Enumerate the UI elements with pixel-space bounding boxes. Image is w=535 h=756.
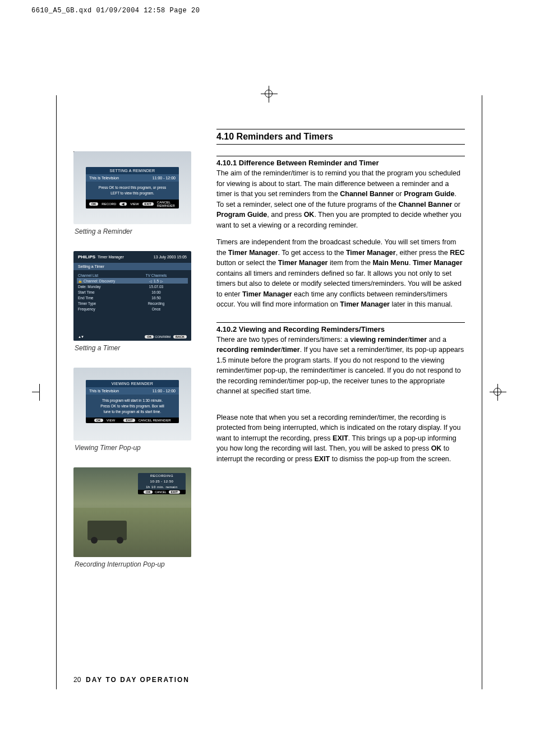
body-paragraph: The aim of the reminder/timer is to remi… — [216, 168, 465, 230]
brand-label: PHILIPS — [78, 254, 95, 259]
figures-column: SETTING A REMINDER This is Television 11… — [73, 129, 211, 678]
section-name: DAY TO DAY OPERATION — [83, 676, 190, 684]
osd-action-label: CANCEL REMINDER — [139, 419, 171, 422]
osd-datetime: 13 July 2003 15:05 — [154, 255, 187, 259]
timer-field-value: 1.5 — [126, 279, 187, 283]
crop-mark-icon — [32, 384, 40, 401]
registration-mark-icon — [490, 384, 506, 401]
body-paragraph: Please note that when you set a recordin… — [216, 412, 465, 465]
subsection-heading: 4.10.2 Viewing and Recording Reminders/T… — [216, 322, 465, 333]
timer-field-value: Recording — [126, 302, 187, 305]
timer-field-label: Start Time — [78, 290, 126, 294]
section-heading: 4.10 Reminders and Timers — [216, 129, 465, 145]
figure-caption: Setting a Timer — [73, 344, 197, 352]
col-header: TV Channels — [126, 273, 187, 277]
osd-body-text: Press OK to view this program. Box will — [90, 403, 174, 409]
recording-popup: RECORDING 10:25 - 12:50 1h 10 min. remai… — [138, 473, 186, 494]
back-pill-icon: BACK — [173, 335, 187, 338]
scene-vehicle-icon — [87, 521, 127, 540]
figure-setting-reminder: SETTING A REMINDER This is Television 11… — [73, 151, 191, 224]
osd-action-label: VIEW — [107, 419, 115, 422]
osd-body-text: This program will start in 1:30 minute. — [90, 398, 174, 403]
page-footer: 20 DAY TO DAY OPERATION — [73, 676, 190, 684]
ok-pill-icon: OK — [145, 335, 154, 338]
figure-caption: Viewing Timer Pop-up — [73, 444, 197, 452]
osd-action-label: RECORD — [102, 202, 116, 206]
exit-pill-icon: EXIT — [169, 490, 180, 494]
timer-field-label: Timer Type — [78, 302, 126, 305]
body-paragraph: Timers are independent from the broadcas… — [216, 237, 465, 310]
timer-field-value: 16:50 — [126, 296, 187, 300]
timer-field-label: Date: Monday — [78, 285, 126, 289]
osd-body-text: LEFT to view this program. — [90, 191, 174, 196]
osd-body-text: Press OK to record this program, or pres… — [90, 185, 174, 191]
osd-remaining: 1h 10 min. remain — [138, 484, 186, 490]
osd-title: SETTING A REMINDER — [86, 167, 179, 174]
page-number: 20 — [73, 676, 81, 684]
figure-recording-interruption-popup: RECORDING 10:25 - 12:50 1h 10 min. remai… — [73, 467, 191, 557]
nav-arrows-icon — [78, 335, 84, 338]
timer-field-value: Once — [126, 307, 187, 311]
osd-time-range: 11:00 - 12:00 — [153, 176, 176, 180]
osd-channel-name: This is Television — [89, 389, 119, 393]
osd-action-label: CANCEL REMINDER — [157, 201, 176, 207]
exit-pill-icon: EXIT — [123, 419, 135, 422]
timer-field-value: 15.07.03 — [126, 285, 187, 289]
timer-field-label: Channel: Discovery — [78, 279, 126, 283]
page-frame: English SETTING A REMINDER This is Telev… — [56, 95, 482, 689]
text-column: 4.10 Reminders and Timers 4.10.1 Differe… — [211, 129, 465, 678]
col-header: Channel List — [78, 273, 126, 277]
osd-action-label: VIEW — [130, 202, 139, 206]
left-pill-icon: ◀ — [119, 202, 127, 206]
figure-viewing-timer-popup: VIEWING REMINDER This is Television 11:0… — [73, 368, 191, 440]
osd-title: RECORDING — [138, 473, 186, 479]
body-paragraph: There are two types of reminders/timers:… — [216, 335, 465, 397]
osd-channel-name: This is Television — [89, 176, 119, 180]
app-name: Timer Manager — [98, 255, 124, 259]
ok-pill-icon: OK — [89, 202, 98, 206]
osd-title: VIEWING REMINDER — [86, 380, 179, 387]
osd-action-label: CONFIRM — [155, 335, 170, 338]
exit-pill-icon: EXIT — [142, 202, 154, 206]
osd-action-label: CANCEL — [155, 490, 166, 494]
osd-body-text: tune to the program at its start time. — [90, 409, 174, 415]
prepress-header: 6610_A5_GB.qxd 01/09/2004 12:58 Page 20 — [31, 7, 200, 15]
osd-time-range: 11:00 - 12:00 — [153, 389, 176, 393]
figure-setting-timer: PHILIPS Timer Manager 13 July 2003 15:05… — [73, 251, 191, 341]
ok-pill-icon: OK — [94, 419, 103, 422]
osd-subtitle: Setting a Timer — [73, 263, 191, 270]
osd-time-range: 10:25 - 12:50 — [138, 479, 186, 484]
registration-mark-icon — [261, 86, 278, 103]
figure-caption: Recording Interruption Pop-up — [73, 560, 197, 568]
ok-pill-icon: OK — [144, 490, 153, 494]
timer-field-label: End Time — [78, 296, 126, 300]
timer-field-value: 16:00 — [126, 290, 187, 294]
figure-caption: Setting a Reminder — [73, 228, 197, 235]
subsection-heading: 4.10.1 Difference Between Reminder and T… — [216, 156, 465, 167]
timer-field-label: Frequency — [78, 307, 126, 311]
